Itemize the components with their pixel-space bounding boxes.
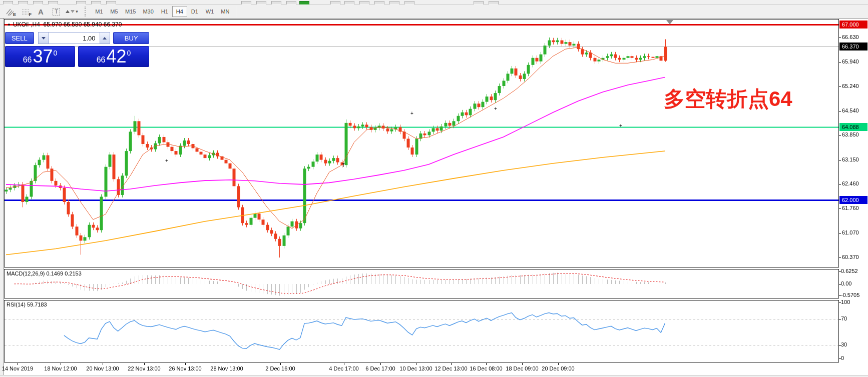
clipped-toolbar-icon bbox=[286, 1, 296, 4]
rsi-scale-label: 70 bbox=[841, 316, 847, 322]
trade-panel-top-row: SELL BUY bbox=[5, 32, 149, 44]
clipped-toolbar-icon bbox=[271, 1, 281, 4]
buy-price-display[interactable]: 66420 bbox=[78, 46, 149, 67]
clipped-toolbar-icon bbox=[3, 1, 13, 4]
status-strip bbox=[0, 375, 868, 377]
time-tick-label: 14 Nov 2019 bbox=[0, 366, 42, 372]
sell-price-small: 66 bbox=[23, 55, 32, 65]
clipped-toolbar-icon bbox=[91, 1, 101, 4]
price-tick-label: 63.150 bbox=[842, 156, 859, 162]
price-badge: 62.000 bbox=[839, 196, 867, 204]
clipped-toolbar-icon bbox=[76, 1, 86, 4]
buy-button[interactable]: BUY bbox=[113, 32, 149, 44]
clipped-toolbar-icon bbox=[489, 1, 499, 4]
rsi-scale-label: 30 bbox=[841, 342, 847, 348]
macd-indicator-panel[interactable] bbox=[4, 269, 839, 298]
equidistant-channel-icon[interactable]: E bbox=[2, 6, 18, 18]
rsi-scale-label: 100 bbox=[841, 299, 850, 305]
chevron-down-icon bbox=[42, 37, 46, 40]
price-tick-label: 65.940 bbox=[842, 58, 859, 64]
collapse-arrow-icon[interactable]: ▲ bbox=[7, 22, 11, 26]
chart-text-annotation: 多空转折点64 bbox=[664, 85, 792, 113]
rsi-label: RSI(14) 59.7183 bbox=[7, 302, 47, 308]
time-tick-label: 20 Nov 13:00 bbox=[79, 366, 127, 372]
toolbar: E F A T ▾ M1M5M15M30H1H4D1W1MN bbox=[0, 5, 868, 18]
chevron-up-icon bbox=[103, 37, 107, 40]
timeframe-button-h1[interactable]: H1 bbox=[157, 6, 172, 17]
price-tick-label: 64.540 bbox=[842, 108, 859, 114]
timeframe-button-m1[interactable]: M1 bbox=[92, 6, 107, 17]
timeframe-button-mn[interactable]: MN bbox=[217, 6, 233, 17]
timeframe-button-m15[interactable]: M15 bbox=[122, 6, 139, 17]
price-badge: 67.000 bbox=[839, 20, 867, 28]
price-tick-label: 66.630 bbox=[842, 34, 859, 40]
price-tick-label: 61.070 bbox=[842, 230, 859, 236]
time-tick-label: 20 Dec 09:00 bbox=[534, 366, 582, 372]
text-label-icon[interactable]: T bbox=[49, 6, 64, 18]
sell-price-sup: 0 bbox=[54, 49, 58, 57]
timeframe-button-d1[interactable]: D1 bbox=[187, 6, 202, 17]
buy-price-big: 42 bbox=[106, 48, 126, 65]
clipped-toolbar-icon bbox=[106, 1, 116, 4]
rsi-scale-label: 0 bbox=[841, 355, 844, 361]
timeframe-button-w1[interactable]: W1 bbox=[202, 6, 218, 17]
chart-title: ▲UKOil-,H4 65.970 66.580 65.940 66.370 bbox=[7, 21, 122, 28]
time-tick-label: 26 Nov 13:00 bbox=[161, 366, 209, 372]
clipped-toolbar-icon bbox=[474, 1, 484, 4]
clipped-toolbar-icon bbox=[48, 1, 58, 4]
clipped-toolbar-icon bbox=[374, 1, 384, 4]
clipped-toolbar-icon bbox=[359, 1, 369, 4]
time-tick-label: 18 Nov 12:00 bbox=[37, 366, 85, 372]
chart-shift-marker-icon[interactable] bbox=[666, 20, 673, 24]
timeframe-button-m5[interactable]: M5 bbox=[107, 6, 122, 17]
price-tick-label: 60.370 bbox=[842, 254, 859, 260]
arrows-icon[interactable]: ▾ bbox=[64, 6, 80, 18]
time-tick-label: 28 Nov 13:00 bbox=[203, 366, 251, 372]
macd-label: MACD(12,26,9) 0.1469 0.2153 bbox=[7, 270, 82, 276]
volume-decrease-button[interactable] bbox=[38, 32, 49, 44]
price-tick-label: 65.240 bbox=[842, 83, 859, 89]
clipped-toolbar-icon bbox=[18, 1, 28, 4]
clipped-toolbar-icon bbox=[299, 1, 309, 4]
sell-price-display[interactable]: 66370 bbox=[5, 46, 75, 67]
time-tick-label: 2 Dec 16:00 bbox=[256, 366, 304, 372]
toolbar-grip[interactable] bbox=[85, 6, 89, 16]
price-badge: 66.370 bbox=[839, 42, 867, 50]
price-tick-label: 62.460 bbox=[842, 180, 859, 186]
clipped-toolbar-icon bbox=[256, 1, 266, 4]
buy-price-sup: 0 bbox=[127, 49, 131, 57]
window-left-frame bbox=[0, 18, 4, 375]
one-click-trading-panel: SELL BUY 66370 66420 bbox=[5, 32, 149, 67]
volume-increase-button[interactable] bbox=[100, 32, 111, 44]
toolbar-separator bbox=[236, 6, 236, 17]
price-tick-label: 61.760 bbox=[842, 205, 859, 211]
fibonacci-icon[interactable]: F bbox=[18, 6, 33, 18]
price-badge: 64.088 bbox=[839, 123, 867, 131]
macd-scale-label: -0.5705 bbox=[841, 292, 859, 298]
price-tick-label: 63.850 bbox=[842, 132, 859, 138]
timeframe-button-h4[interactable]: H4 bbox=[172, 6, 187, 17]
sell-price-big: 37 bbox=[33, 48, 53, 65]
rsi-indicator-panel[interactable] bbox=[4, 300, 839, 362]
chevron-down-icon: ▾ bbox=[76, 9, 78, 14]
clipped-toolbar-icon bbox=[404, 1, 414, 4]
clipped-toolbar-icon bbox=[241, 1, 251, 4]
text-icon[interactable]: A bbox=[33, 6, 49, 18]
buy-price-small: 66 bbox=[97, 55, 106, 65]
clipped-toolbar-icon bbox=[389, 1, 399, 4]
sell-button[interactable]: SELL bbox=[5, 32, 34, 44]
macd-scale-label: 0.00 bbox=[841, 280, 851, 286]
trade-panel-price-row: 66370 66420 bbox=[5, 46, 149, 67]
toolbar-row-clipped bbox=[0, 0, 868, 4]
timeframe-toolbar: M1M5M15M30H1H4D1W1MN bbox=[92, 6, 233, 17]
clipped-toolbar-icon bbox=[33, 1, 43, 4]
macd-scale-label: 0.6252 bbox=[841, 268, 858, 274]
clipped-toolbar-icon bbox=[344, 1, 354, 4]
clipped-toolbar-icon bbox=[330, 1, 340, 4]
timeframe-button-m30[interactable]: M30 bbox=[139, 6, 157, 17]
volume-input[interactable] bbox=[49, 32, 100, 44]
